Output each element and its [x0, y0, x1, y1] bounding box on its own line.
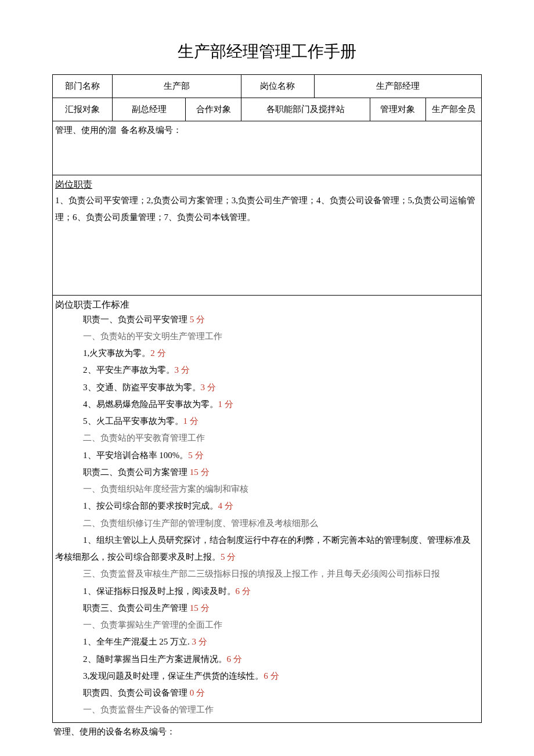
- manage-label: 管理对象: [370, 98, 425, 121]
- z1-i2: 2、平安生产事故为零。: [83, 365, 175, 375]
- z2-i2: 1、组织主管以上人员研究探讨，结合制度运行中存在的利弊，不断完善本站的管理制度、…: [55, 535, 471, 561]
- standards-title: 岗位职责工作标准: [55, 299, 479, 311]
- z2-points: 15 分: [190, 467, 210, 477]
- z1-i6: 1、平安培训合格率 100%。: [83, 451, 188, 460]
- equip-label: 管理、使用的溜: [55, 125, 116, 135]
- z3-head: 职责三、负责公司生产管理: [83, 603, 190, 613]
- z3-i1: 1、全年生产混凝土 25 万立.: [83, 637, 192, 646]
- z1-i5-pts: 1 分: [183, 416, 199, 426]
- z3-i2-pts: 6 分: [227, 654, 242, 664]
- z1-i2-pts: 3 分: [175, 365, 190, 375]
- z1-points: 5 分: [190, 315, 205, 324]
- z2-i2-pts: 5 分: [221, 552, 236, 561]
- table-row: 部门名称 生产部 岗位名称 生产部经理: [53, 75, 482, 98]
- coop-label: 合作对象: [186, 98, 241, 121]
- z1-i4-pts: 1 分: [218, 399, 233, 409]
- z1-i1: 1,火灾事故为零。: [83, 348, 150, 358]
- z2-i3: 1、保证指标日报及时上报，阅读及时。: [83, 586, 236, 596]
- z1-sub1: 一、负责站的平安文明生产管理工作: [55, 328, 479, 345]
- z2-i1: 1、按公司综合部的要求按时完成。: [83, 501, 218, 510]
- page-title: 生产部经理管理工作手册: [52, 41, 482, 63]
- main-table: 部门名称 生产部 岗位名称 生产部经理 汇报对象 副总经理 合作对象 各职能部门…: [52, 74, 482, 723]
- table-row: 岗位职责 1、负责公司平安管理；2,负责公司方案管理；3,负责公司生产管理；4、…: [53, 175, 482, 296]
- z1-sub2: 二、负责站的平安教育管理工作: [55, 430, 479, 447]
- z3-i3: 3,发现问题及时处理，保证生产供货的连续性。: [83, 671, 264, 681]
- dept-label: 部门名称: [53, 75, 113, 98]
- duties-cell: 岗位职责 1、负责公司平安管理；2,负责公司方案管理；3,负责公司生产管理；4、…: [53, 175, 482, 296]
- z3-i1-pts: 3 分: [192, 637, 207, 646]
- z2-head: 职责二、负责公司方案管理: [83, 467, 190, 477]
- z1-i3-pts: 3 分: [201, 383, 216, 392]
- post-label: 岗位名称: [241, 75, 315, 98]
- z1-i3: 3、交通、防盗平安事故为零。: [83, 383, 201, 392]
- z1-i1-pts: 2 分: [150, 348, 165, 358]
- duties-text: 1、负责公司平安管理；2,负责公司方案管理；3,负责公司生产管理；4、负责公司设…: [55, 191, 479, 228]
- z2-i3-pts: 6 分: [236, 586, 251, 596]
- footer-note: 管理、使用的设备名称及编号：: [52, 723, 482, 737]
- z1-i5: 5、火工品平安事故为零。: [83, 416, 183, 426]
- z3-i3-pts: 6 分: [264, 671, 279, 681]
- manage-value: 生产部全员: [425, 98, 481, 121]
- z2-sub2: 二、负责组织修订生产部的管理制度、管理标准及考核细那么: [55, 515, 479, 532]
- coop-value: 各职能部门及搅拌站: [241, 98, 370, 121]
- equip-cell: 管理、使用的溜 备名称及编号：: [53, 121, 482, 175]
- z1-head: 职责一、负责公司平安管理: [83, 315, 190, 324]
- z2-i1-pts: 4 分: [218, 501, 233, 510]
- dept-value: 生产部: [113, 75, 241, 98]
- table-row: 管理、使用的溜 备名称及编号：: [53, 121, 482, 175]
- table-row: 汇报对象 副总经理 合作对象 各职能部门及搅拌站 管理对象 生产部全员: [53, 98, 482, 121]
- z4-points: 0 分: [190, 688, 205, 697]
- duties-title: 岗位职责: [55, 179, 479, 191]
- z4-sub1: 一、负责监督生产设备的管理工作: [55, 701, 479, 718]
- report-label: 汇报对象: [53, 98, 113, 121]
- z3-sub1: 一、负责掌握站生产管理的全面工作: [55, 617, 479, 633]
- z2-sub1: 一、负责组织站年度经营方案的编制和审核: [55, 481, 479, 498]
- equip-suffix: 备名称及编号：: [121, 125, 182, 135]
- table-row: 岗位职责工作标准 职责一、负责公司平安管理 5 分 一、负责站的平安文明生产管理…: [53, 295, 482, 722]
- z4-head: 职责四、负责公司设备管理: [83, 688, 190, 697]
- post-value: 生产部经理: [314, 75, 481, 98]
- z2-sub3: 三、负责监督及审核生产部二三级指标日报的填报及上报工作，并且每天必须阅公司指标日…: [55, 566, 479, 582]
- standards-cell: 岗位职责工作标准 职责一、负责公司平安管理 5 分 一、负责站的平安文明生产管理…: [53, 295, 482, 722]
- z1-i6-pts: 5 分: [188, 451, 203, 460]
- z3-i2: 2、随时掌握当日生产方案进展情况。: [83, 654, 227, 664]
- report-value: 副总经理: [113, 98, 186, 121]
- z1-i4: 4、易燃易爆危险品平安事故为零。: [83, 399, 218, 409]
- z3-points: 15 分: [190, 603, 210, 613]
